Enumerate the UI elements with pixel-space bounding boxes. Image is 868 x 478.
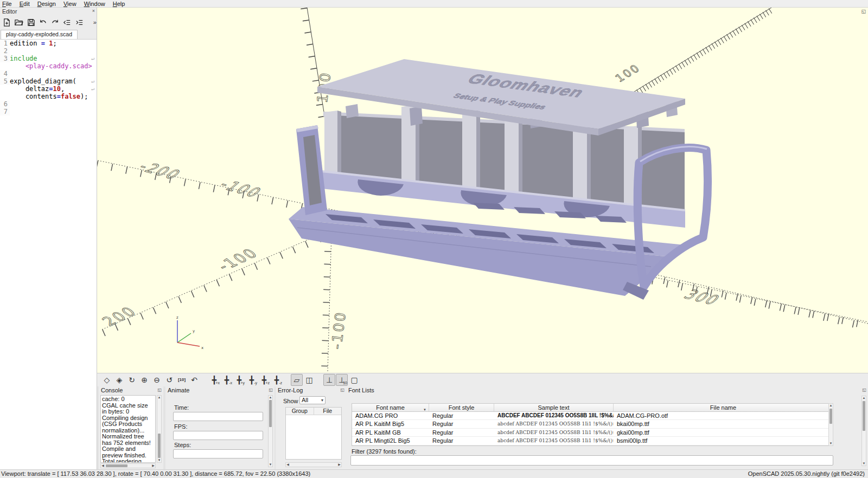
steps-label: Steps:: [174, 442, 191, 448]
code-line: 4: [0, 70, 97, 77]
font-table[interactable]: Font name▼ Font style Sample text File n…: [352, 403, 833, 446]
view-plus-z-button[interactable]: ╋+z: [258, 374, 270, 386]
orthogonal-view-button[interactable]: ◫: [303, 374, 315, 386]
console-title: Console ◱: [99, 386, 163, 395]
new-file-button[interactable]: [2, 17, 11, 28]
perspective-view-button[interactable]: ▱: [291, 374, 303, 386]
animate-float-icon[interactable]: ◱: [269, 387, 273, 392]
show-scale-markers-button[interactable]: ⊥10: [336, 374, 348, 386]
y-axis-negative: [102, 229, 334, 333]
column-header-file-name[interactable]: File name: [614, 404, 833, 411]
error-log-hscrollbar[interactable]: ◀ ▶: [285, 462, 342, 467]
menu-edit[interactable]: Edit: [20, 1, 30, 7]
time-input[interactable]: [173, 412, 263, 421]
3d-scene: -200 -100 200 -100 100 -100 300 100: [97, 8, 868, 373]
font-row[interactable]: AR PL KaitiM GBRegularabcdef ABCDEF 0123…: [352, 429, 833, 437]
zoom-all-button[interactable]: ◈: [113, 374, 125, 386]
open-file-button[interactable]: [14, 17, 23, 28]
indent-button[interactable]: [75, 17, 84, 28]
zoom-out-button[interactable]: ⊖: [151, 374, 163, 386]
time-label: Time:: [174, 404, 189, 411]
column-header-file[interactable]: File: [314, 408, 342, 415]
axis-label: 200: [98, 304, 141, 329]
font-table-scrollbar[interactable]: ▲ ▼: [828, 403, 833, 446]
menu-design[interactable]: Design: [37, 1, 56, 7]
view-plus-y-button[interactable]: ╋+y: [233, 374, 245, 386]
error-log-table[interactable]: Group File: [285, 407, 342, 460]
font-lists-title: Font Lists ◱: [346, 386, 868, 395]
error-log-title: Error-Log ◱: [276, 386, 346, 395]
animate-scrollbar[interactable]: ▲ ▼: [268, 395, 273, 467]
unindent-button[interactable]: [62, 17, 72, 28]
viewport-float-icon[interactable]: ◱: [861, 9, 866, 14]
console-panel: Console ◱ cache: 0 CGAL cache size in by…: [99, 386, 163, 469]
wrap-indicator-icon: ↵: [91, 85, 94, 93]
fps-label: FPS:: [174, 423, 187, 430]
console-line: Normalized tree has 752 elements!: [102, 434, 154, 446]
code-line: contents=false);: [0, 93, 97, 100]
console-scrollbar[interactable]: ▲ ▼: [157, 395, 162, 463]
toolbar-overflow-button[interactable]: »: [93, 19, 97, 25]
editor-toolbar: »: [0, 16, 97, 29]
axis-indicator: z y x: [176, 315, 203, 350]
fps-input[interactable]: [173, 431, 263, 440]
rotate-cw-button[interactable]: ↶: [188, 374, 200, 386]
error-log-float-icon[interactable]: ◱: [340, 387, 344, 392]
rotate-ccw-button[interactable]: ↺: [163, 374, 175, 386]
show-axes-button[interactable]: ⊥: [323, 374, 335, 386]
font-row[interactable]: AR PL SungtiL GBRegularabcdef ABCDEF 012…: [352, 445, 833, 446]
font-row[interactable]: AR PL Mingti2L Big5Regularabcdef ABCDEF …: [352, 437, 833, 445]
zoom-in-button[interactable]: ⊕: [138, 374, 150, 386]
filter-input[interactable]: [350, 455, 833, 466]
view-minus-y-button[interactable]: ╋-y: [246, 374, 258, 386]
code-editor[interactable]: 1edition = 1; 2 3include↵ <play-caddy.sc…: [0, 39, 97, 469]
bottom-dock: Console ◱ cache: 0 CGAL cache size in by…: [97, 386, 868, 469]
reset-view-button[interactable]: ↻: [126, 374, 138, 386]
show-edges-button[interactable]: ▢: [348, 374, 360, 386]
console-float-icon[interactable]: ◱: [157, 387, 162, 392]
column-header-font-style[interactable]: Font style: [429, 404, 494, 411]
view-plus-x-button[interactable]: ╋+x: [208, 374, 220, 386]
column-header-font-name[interactable]: Font name▼: [352, 404, 429, 411]
angle-snap-button[interactable]: [10]: [176, 374, 188, 386]
save-button[interactable]: [27, 17, 36, 28]
axis-label: 100: [612, 61, 643, 85]
tab-play-caddy-exploded[interactable]: play-caddy-exploded.scad: [1, 30, 78, 40]
axis-label: -100: [214, 246, 262, 273]
code-line: deltaz=10,↵: [0, 85, 97, 93]
steps-input[interactable]: [173, 449, 263, 458]
menu-file[interactable]: File: [2, 1, 12, 7]
undo-button[interactable]: [39, 17, 48, 28]
code-line: 6: [0, 100, 97, 108]
3d-viewport[interactable]: ◱ -200 -100 200 -100 100: [97, 8, 868, 373]
axis-label: 300: [680, 287, 725, 308]
console-hscrollbar[interactable]: ◀ ▶: [100, 463, 156, 468]
view-minus-x-button[interactable]: ╋-x: [221, 374, 233, 386]
wrap-indicator-icon: ↵: [91, 55, 94, 62]
menu-window[interactable]: Window: [84, 1, 105, 7]
font-panel-scrollbar[interactable]: ▲ ▼: [861, 396, 866, 466]
view-minus-z-button[interactable]: ╋-z: [271, 374, 283, 386]
column-header-sample-text[interactable]: Sample text: [494, 404, 614, 411]
sort-desc-icon: ▼: [423, 406, 426, 414]
console-line: cache: 0: [102, 396, 154, 403]
console-output[interactable]: cache: 0 CGAL cache size in bytes: 0 Com…: [100, 395, 156, 463]
viewport-toolbar: ◇ ◈ ↻ ⊕ ⊖ ↺ [10] ↶ ╋+x ╋-x ╋+y ╋-y ╋+z ╋…: [97, 373, 868, 386]
menu-view[interactable]: View: [63, 1, 76, 7]
editor-close-icon[interactable]: ×: [92, 8, 95, 14]
filter-label: Filter (3297 fonts found):: [352, 448, 417, 455]
severity-dropdown[interactable]: All ▾: [299, 396, 326, 404]
console-line: CGAL cache size in bytes: 0: [102, 403, 154, 415]
view-all-button[interactable]: ◇: [101, 374, 113, 386]
z-axis-label: z: [176, 315, 178, 320]
code-line: 5exploded_diagram(↵: [0, 77, 97, 85]
menu-help[interactable]: Help: [113, 1, 125, 7]
console-line: Compile and preview finished.: [102, 446, 154, 458]
redo-button[interactable]: [50, 17, 60, 28]
version-text: OpenSCAD 2025.05.30.nightly (git f0e2492…: [748, 470, 865, 477]
viewport-status-text: Viewport: translate = [ 117.53 36.03 28.…: [1, 470, 310, 477]
font-lists-float-icon[interactable]: ◱: [862, 387, 866, 392]
error-log-panel: Error-Log ◱ Show All ▾ Group File ◀ ▶: [276, 386, 346, 469]
column-header-group[interactable]: Group: [286, 408, 314, 415]
font-row[interactable]: AR PL KaitiM Big5Regularabcdef ABCDEF 01…: [352, 420, 833, 428]
